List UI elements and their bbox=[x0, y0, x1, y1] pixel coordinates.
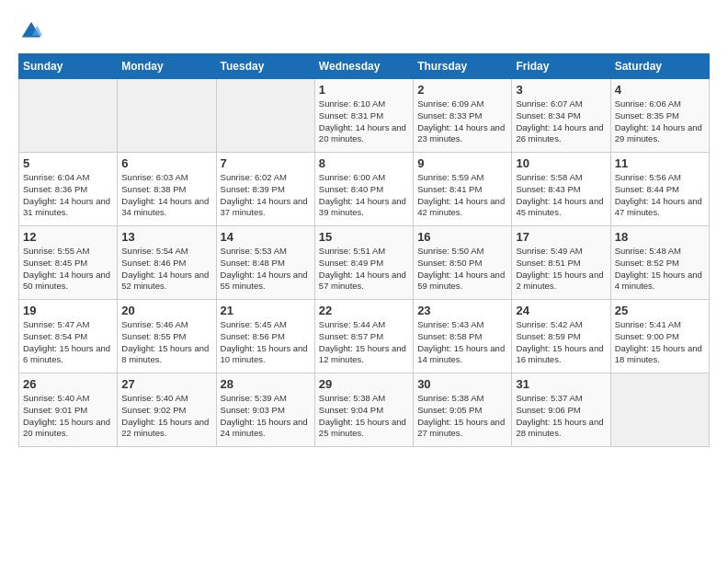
day-cell bbox=[118, 79, 216, 153]
day-number: 1 bbox=[319, 83, 409, 97]
col-header-thursday: Thursday bbox=[414, 54, 512, 79]
day-info: Sunrise: 5:38 AM Sunset: 9:04 PM Dayligh… bbox=[319, 393, 409, 440]
day-info: Sunrise: 5:51 AM Sunset: 8:49 PM Dayligh… bbox=[319, 246, 409, 293]
day-number: 28 bbox=[221, 377, 311, 391]
col-header-monday: Monday bbox=[118, 54, 216, 79]
day-number: 5 bbox=[23, 156, 113, 170]
day-number: 20 bbox=[121, 304, 211, 317]
day-cell: 5Sunrise: 6:04 AM Sunset: 8:36 PM Daylig… bbox=[19, 153, 118, 226]
logo-icon bbox=[18, 18, 44, 44]
day-info: Sunrise: 5:41 AM Sunset: 9:00 PM Dayligh… bbox=[615, 319, 705, 366]
day-number: 11 bbox=[615, 156, 705, 170]
day-cell bbox=[19, 79, 118, 153]
day-cell: 16Sunrise: 5:50 AM Sunset: 8:50 PM Dayli… bbox=[414, 226, 512, 300]
day-cell: 8Sunrise: 6:00 AM Sunset: 8:40 PM Daylig… bbox=[314, 153, 413, 226]
day-number: 30 bbox=[417, 377, 507, 391]
day-cell bbox=[610, 373, 709, 447]
day-info: Sunrise: 6:02 AM Sunset: 8:39 PM Dayligh… bbox=[221, 172, 311, 219]
day-cell: 28Sunrise: 5:39 AM Sunset: 9:03 PM Dayli… bbox=[216, 373, 314, 447]
day-cell: 10Sunrise: 5:58 AM Sunset: 8:43 PM Dayli… bbox=[512, 153, 610, 226]
header bbox=[18, 18, 710, 44]
day-cell: 15Sunrise: 5:51 AM Sunset: 8:49 PM Dayli… bbox=[314, 226, 413, 300]
day-number: 14 bbox=[221, 230, 311, 244]
day-info: Sunrise: 6:04 AM Sunset: 8:36 PM Dayligh… bbox=[23, 172, 113, 219]
day-number: 18 bbox=[615, 230, 705, 244]
day-cell: 22Sunrise: 5:44 AM Sunset: 8:57 PM Dayli… bbox=[314, 300, 413, 373]
day-number: 4 bbox=[615, 83, 705, 97]
day-number: 9 bbox=[417, 156, 507, 170]
day-info: Sunrise: 5:49 AM Sunset: 8:51 PM Dayligh… bbox=[516, 246, 606, 293]
day-info: Sunrise: 5:47 AM Sunset: 8:54 PM Dayligh… bbox=[23, 319, 113, 366]
day-number: 21 bbox=[221, 304, 311, 317]
week-row-2: 5Sunrise: 6:04 AM Sunset: 8:36 PM Daylig… bbox=[19, 153, 710, 226]
col-header-saturday: Saturday bbox=[610, 54, 709, 79]
day-number: 3 bbox=[516, 83, 606, 97]
day-info: Sunrise: 5:50 AM Sunset: 8:50 PM Dayligh… bbox=[417, 246, 507, 293]
day-number: 22 bbox=[319, 304, 409, 317]
day-cell: 17Sunrise: 5:49 AM Sunset: 8:51 PM Dayli… bbox=[512, 226, 610, 300]
day-number: 24 bbox=[516, 304, 606, 317]
col-header-sunday: Sunday bbox=[19, 54, 118, 79]
day-info: Sunrise: 5:38 AM Sunset: 9:05 PM Dayligh… bbox=[417, 393, 507, 440]
day-cell: 26Sunrise: 5:40 AM Sunset: 9:01 PM Dayli… bbox=[19, 373, 118, 447]
day-cell: 2Sunrise: 6:09 AM Sunset: 8:33 PM Daylig… bbox=[414, 79, 512, 153]
day-info: Sunrise: 5:58 AM Sunset: 8:43 PM Dayligh… bbox=[516, 172, 606, 219]
day-cell: 21Sunrise: 5:45 AM Sunset: 8:56 PM Dayli… bbox=[216, 300, 314, 373]
day-info: Sunrise: 5:48 AM Sunset: 8:52 PM Dayligh… bbox=[615, 246, 705, 293]
day-info: Sunrise: 5:55 AM Sunset: 8:45 PM Dayligh… bbox=[23, 246, 113, 293]
day-number: 27 bbox=[121, 377, 211, 391]
week-row-4: 19Sunrise: 5:47 AM Sunset: 8:54 PM Dayli… bbox=[19, 300, 710, 373]
header-row: SundayMondayTuesdayWednesdayThursdayFrid… bbox=[19, 54, 710, 79]
day-cell: 3Sunrise: 6:07 AM Sunset: 8:34 PM Daylig… bbox=[512, 79, 610, 153]
day-number: 26 bbox=[23, 377, 113, 391]
day-cell: 6Sunrise: 6:03 AM Sunset: 8:38 PM Daylig… bbox=[118, 153, 216, 226]
day-number: 12 bbox=[23, 230, 113, 244]
calendar-table: SundayMondayTuesdayWednesdayThursdayFrid… bbox=[18, 53, 710, 447]
day-info: Sunrise: 6:06 AM Sunset: 8:35 PM Dayligh… bbox=[615, 98, 705, 145]
day-cell: 11Sunrise: 5:56 AM Sunset: 8:44 PM Dayli… bbox=[610, 153, 709, 226]
week-row-5: 26Sunrise: 5:40 AM Sunset: 9:01 PM Dayli… bbox=[19, 373, 710, 447]
day-cell: 29Sunrise: 5:38 AM Sunset: 9:04 PM Dayli… bbox=[314, 373, 413, 447]
day-info: Sunrise: 6:10 AM Sunset: 8:31 PM Dayligh… bbox=[319, 98, 409, 145]
day-info: Sunrise: 6:00 AM Sunset: 8:40 PM Dayligh… bbox=[319, 172, 409, 219]
day-number: 7 bbox=[221, 156, 311, 170]
day-number: 19 bbox=[23, 304, 113, 317]
day-info: Sunrise: 5:46 AM Sunset: 8:55 PM Dayligh… bbox=[121, 319, 211, 366]
day-number: 15 bbox=[319, 230, 409, 244]
day-info: Sunrise: 5:53 AM Sunset: 8:48 PM Dayligh… bbox=[221, 246, 311, 293]
day-cell: 12Sunrise: 5:55 AM Sunset: 8:45 PM Dayli… bbox=[19, 226, 118, 300]
day-info: Sunrise: 5:59 AM Sunset: 8:41 PM Dayligh… bbox=[417, 172, 507, 219]
day-info: Sunrise: 6:07 AM Sunset: 8:34 PM Dayligh… bbox=[516, 98, 606, 145]
logo bbox=[18, 18, 48, 44]
day-cell: 19Sunrise: 5:47 AM Sunset: 8:54 PM Dayli… bbox=[19, 300, 118, 373]
day-cell: 14Sunrise: 5:53 AM Sunset: 8:48 PM Dayli… bbox=[216, 226, 314, 300]
col-header-tuesday: Tuesday bbox=[216, 54, 314, 79]
day-cell: 18Sunrise: 5:48 AM Sunset: 8:52 PM Dayli… bbox=[610, 226, 709, 300]
day-cell: 9Sunrise: 5:59 AM Sunset: 8:41 PM Daylig… bbox=[414, 153, 512, 226]
day-cell: 25Sunrise: 5:41 AM Sunset: 9:00 PM Dayli… bbox=[610, 300, 709, 373]
day-info: Sunrise: 5:40 AM Sunset: 9:01 PM Dayligh… bbox=[23, 393, 113, 440]
day-cell: 20Sunrise: 5:46 AM Sunset: 8:55 PM Dayli… bbox=[118, 300, 216, 373]
day-info: Sunrise: 5:43 AM Sunset: 8:58 PM Dayligh… bbox=[417, 319, 507, 366]
day-number: 17 bbox=[516, 230, 606, 244]
day-number: 13 bbox=[121, 230, 211, 244]
col-header-friday: Friday bbox=[512, 54, 610, 79]
day-info: Sunrise: 5:45 AM Sunset: 8:56 PM Dayligh… bbox=[221, 319, 311, 366]
day-info: Sunrise: 6:03 AM Sunset: 8:38 PM Dayligh… bbox=[121, 172, 211, 219]
day-info: Sunrise: 5:42 AM Sunset: 8:59 PM Dayligh… bbox=[516, 319, 606, 366]
day-info: Sunrise: 5:54 AM Sunset: 8:46 PM Dayligh… bbox=[121, 246, 211, 293]
day-number: 2 bbox=[417, 83, 507, 97]
day-cell: 1Sunrise: 6:10 AM Sunset: 8:31 PM Daylig… bbox=[314, 79, 413, 153]
day-info: Sunrise: 5:40 AM Sunset: 9:02 PM Dayligh… bbox=[121, 393, 211, 440]
day-number: 8 bbox=[319, 156, 409, 170]
day-info: Sunrise: 6:09 AM Sunset: 8:33 PM Dayligh… bbox=[417, 98, 507, 145]
day-number: 6 bbox=[121, 156, 211, 170]
day-number: 29 bbox=[319, 377, 409, 391]
week-row-3: 12Sunrise: 5:55 AM Sunset: 8:45 PM Dayli… bbox=[19, 226, 710, 300]
day-info: Sunrise: 5:37 AM Sunset: 9:06 PM Dayligh… bbox=[516, 393, 606, 440]
day-cell: 13Sunrise: 5:54 AM Sunset: 8:46 PM Dayli… bbox=[118, 226, 216, 300]
day-cell bbox=[216, 79, 314, 153]
day-number: 23 bbox=[417, 304, 507, 317]
day-number: 10 bbox=[516, 156, 606, 170]
day-info: Sunrise: 5:44 AM Sunset: 8:57 PM Dayligh… bbox=[319, 319, 409, 366]
